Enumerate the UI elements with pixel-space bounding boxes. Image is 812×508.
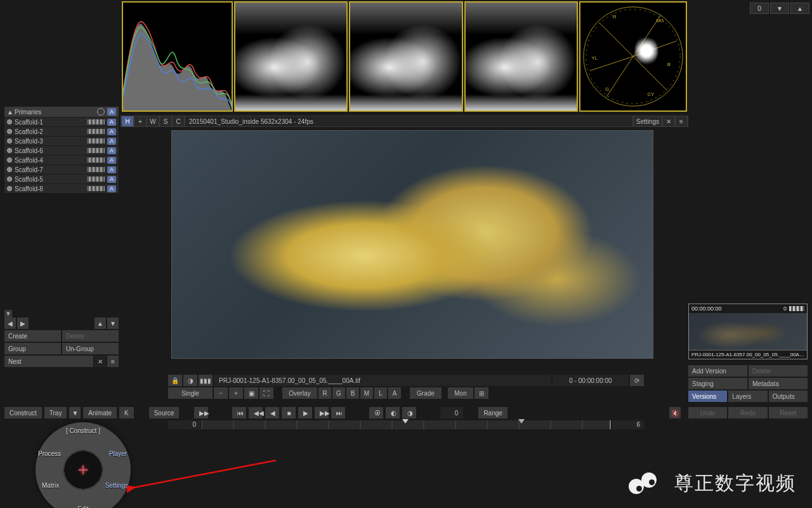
stop-icon[interactable]: ■: [282, 407, 296, 418]
refresh-icon[interactable]: ⟳: [630, 375, 644, 386]
prev-button[interactable]: ◀: [4, 318, 16, 329]
top-down-arrow[interactable]: ▼: [770, 3, 789, 14]
playhead-marker[interactable]: [402, 419, 409, 424]
g-button[interactable]: G: [332, 387, 345, 399]
fit-icon[interactable]: ▣: [244, 387, 258, 399]
m-button[interactable]: M: [360, 387, 373, 399]
grade-button[interactable]: Grade: [410, 387, 442, 399]
scaffold-row[interactable]: Scaffold-5A: [4, 175, 119, 184]
vectorscope[interactable]: R MG YL B G CY: [579, 1, 687, 112]
fullscreen-icon[interactable]: ⛶: [259, 387, 273, 399]
panel-expand-icon[interactable]: ▼: [4, 310, 12, 318]
group-button[interactable]: Group: [4, 343, 61, 354]
s-button[interactable]: S: [160, 116, 171, 126]
scaffold-row[interactable]: Scaffold-1A: [4, 117, 119, 126]
metadata-button[interactable]: Metadata: [749, 378, 808, 389]
radial-settings[interactable]: Settings: [105, 482, 128, 489]
tray-button[interactable]: Tray: [44, 407, 67, 418]
a-button[interactable]: A: [388, 387, 401, 399]
source-button[interactable]: Source: [149, 407, 180, 418]
fastfwd-icon[interactable]: ▶▶: [315, 407, 329, 418]
rewind-icon[interactable]: ◀◀: [249, 407, 263, 418]
reset-button[interactable]: Reset: [769, 407, 808, 418]
step-back-icon[interactable]: ◀: [265, 407, 279, 418]
grid-icon[interactable]: ⊞: [475, 387, 488, 399]
next-button[interactable]: ▶: [17, 318, 29, 329]
close-icon[interactable]: ✕: [95, 356, 106, 367]
loop-out-icon[interactable]: ◑: [402, 407, 416, 418]
l-button[interactable]: L: [374, 387, 387, 399]
skip-back-icon[interactable]: ⏮: [232, 407, 246, 418]
delete-version-button[interactable]: Delete: [749, 365, 808, 377]
lock-icon[interactable]: 🔒: [168, 375, 182, 386]
timeline-track[interactable]: [201, 420, 611, 429]
radial-process[interactable]: Process: [38, 450, 61, 457]
single-button[interactable]: Single: [168, 387, 213, 399]
construct-button[interactable]: Construct: [4, 407, 42, 418]
add-version-button[interactable]: Add Version: [688, 365, 747, 377]
settings-button[interactable]: Settings: [634, 116, 662, 126]
go-start-icon[interactable]: ▶▶: [194, 407, 208, 418]
redo-button[interactable]: Redo: [728, 407, 767, 418]
layers-tab[interactable]: Layers: [728, 391, 767, 402]
up-button[interactable]: ▲: [95, 318, 106, 329]
waveform-scope-3[interactable]: [464, 1, 578, 112]
menu-icon[interactable]: ≡: [107, 356, 119, 367]
histogram-scope[interactable]: [122, 1, 233, 112]
b-button[interactable]: B: [346, 387, 359, 399]
h-button[interactable]: H: [122, 116, 133, 126]
zoom-out-icon[interactable]: －: [214, 387, 228, 399]
w-button[interactable]: W: [147, 116, 159, 126]
dual-icon[interactable]: ◑: [183, 375, 197, 386]
thumbnail-box[interactable]: 00:00:00:00 0 PRJ-0001-125-A1-8357.00_00…: [688, 304, 808, 359]
waveform-scope-1[interactable]: [234, 1, 348, 112]
viewer[interactable]: [171, 130, 653, 359]
staging-button[interactable]: Staging: [688, 378, 747, 389]
collapse-icon[interactable]: ▲: [7, 109, 15, 116]
scaffold-row[interactable]: Scaffold-4A: [4, 156, 119, 164]
c-button[interactable]: C: [173, 116, 184, 126]
range-button[interactable]: Range: [478, 407, 507, 418]
radial-player[interactable]: Player: [109, 450, 127, 457]
r-button[interactable]: R: [318, 387, 331, 399]
ungroup-button[interactable]: Un-Group: [62, 343, 119, 354]
animate-button[interactable]: Animate: [83, 407, 117, 418]
radial-edit[interactable]: Edit: [77, 505, 88, 508]
radial-menu[interactable]: [ Construct ] Process Player Matrix Sett…: [36, 422, 131, 508]
loop-icon[interactable]: ◐: [386, 407, 400, 418]
undo-button[interactable]: Undo: [688, 407, 727, 418]
scaffold-row[interactable]: Scaffold-2A: [4, 127, 119, 136]
create-button[interactable]: Create: [4, 330, 61, 342]
overlay-button[interactable]: Overlay: [282, 387, 317, 399]
scaffold-row[interactable]: Scaffold-8A: [4, 184, 119, 193]
step-fwd-icon[interactable]: ▶: [298, 407, 312, 418]
skip-fwd-icon[interactable]: ⏭: [331, 407, 345, 418]
menu-icon[interactable]: ≡: [676, 116, 687, 126]
delete-button[interactable]: Delete: [62, 330, 119, 342]
scaffold-header[interactable]: ▲ Primaries A: [4, 107, 119, 117]
playhead-marker-2[interactable]: [518, 419, 525, 424]
frame-field[interactable]: 0: [440, 407, 463, 418]
tray-dropdown[interactable]: ▼: [69, 407, 81, 418]
waveform-scope-2[interactable]: [349, 1, 462, 112]
outputs-tab[interactable]: Outputs: [769, 391, 808, 402]
scaffold-row[interactable]: Scaffold-3A: [4, 137, 119, 145]
scaffold-row[interactable]: Scaffold-6A: [4, 146, 119, 155]
volume-icon[interactable]: 🔇: [669, 407, 681, 418]
k-button[interactable]: K: [119, 407, 134, 418]
close-icon[interactable]: ✕: [663, 116, 674, 126]
mon-button[interactable]: Mon: [448, 387, 473, 399]
loop-in-icon[interactable]: ⦿: [369, 407, 383, 418]
down-button[interactable]: ▼: [107, 318, 119, 329]
versions-tab[interactable]: Versions: [688, 391, 727, 402]
plus-button[interactable]: +: [134, 116, 146, 126]
zoom-in-icon[interactable]: ＋: [229, 387, 243, 399]
scaffold-row[interactable]: Scaffold-7A: [4, 165, 119, 174]
top-zero-field[interactable]: 0: [750, 3, 769, 14]
scaffold-recycle-icon[interactable]: [97, 108, 105, 116]
top-up-arrow[interactable]: ▲: [790, 3, 809, 14]
stripes-icon[interactable]: ▮▮▮: [199, 375, 213, 386]
radial-matrix[interactable]: Matrix: [42, 482, 59, 489]
scaffold-a-badge[interactable]: A: [107, 108, 116, 116]
radial-construct[interactable]: [ Construct ]: [66, 427, 100, 434]
